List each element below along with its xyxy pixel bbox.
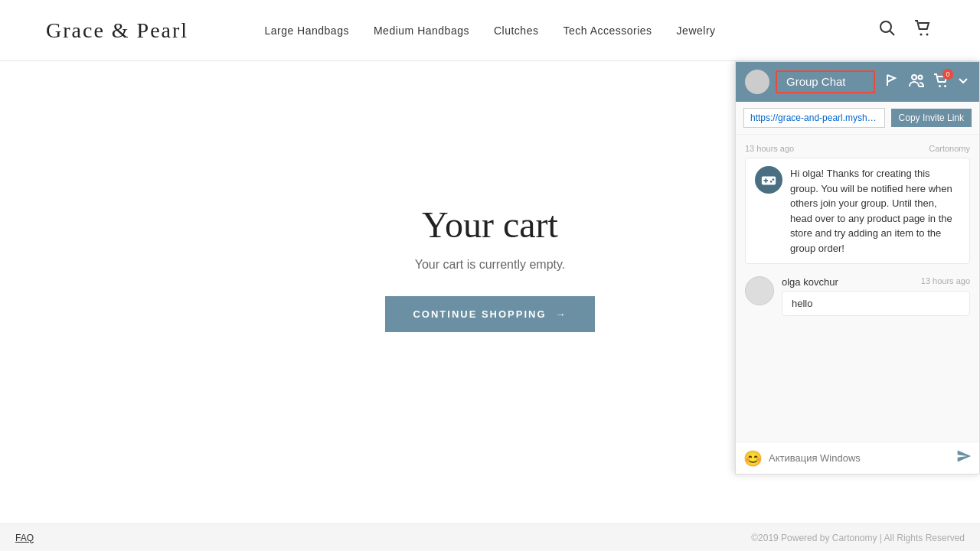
nav-clutches[interactable]: Clutches <box>494 24 538 37</box>
user-message-text: hello <box>792 298 812 309</box>
copy-invite-button[interactable]: Copy Invite Link <box>891 109 972 127</box>
system-message-sender: Cartonomy <box>929 144 970 153</box>
system-message-bubble: Hi olga! Thanks for creating this group.… <box>745 158 970 264</box>
svg-line-1 <box>890 31 895 36</box>
user-message-bubble: hello <box>782 291 970 316</box>
main-nav: Large Handbags Medium Handbags Clutches … <box>264 24 715 37</box>
svg-point-5 <box>919 76 923 80</box>
svg-point-2 <box>920 34 923 36</box>
user-avatar <box>745 276 774 305</box>
nav-jewelry[interactable]: Jewelry <box>677 24 716 37</box>
bottom-bar: FAQ ©2019 Powered by Cartonomy | All Rig… <box>0 523 980 551</box>
chat-input-bar: 😊 <box>736 442 979 474</box>
continue-shopping-button[interactable]: CONTINUE SHOPPING → <box>385 296 594 332</box>
cart-empty-message: Your cart is currently empty. <box>415 258 566 272</box>
cart-button[interactable] <box>911 17 934 44</box>
chat-cart-button[interactable]: 0 <box>932 72 950 92</box>
site-logo[interactable]: Grace & Pearl <box>46 18 188 43</box>
nav-large-handbags[interactable]: Large Handbags <box>264 24 349 37</box>
svg-point-3 <box>926 34 929 36</box>
user-message-row: olga kovchur 13 hours ago hello <box>745 276 970 316</box>
site-header: Grace & Pearl Large Handbags Medium Hand… <box>0 0 980 61</box>
chat-group-title: Group Chat <box>786 75 846 88</box>
bot-avatar <box>755 166 782 194</box>
svg-point-6 <box>939 85 941 87</box>
header-actions <box>876 17 934 44</box>
chat-messages-container[interactable]: 13 hours ago Cartonomy Hi olga! Thanks f… <box>736 135 979 442</box>
chat-text-input[interactable] <box>769 452 950 464</box>
faq-link[interactable]: FAQ <box>15 533 34 543</box>
invite-bar: https://grace-and-pearl.myshopify.co... … <box>736 102 979 135</box>
arrow-icon: → <box>556 308 567 320</box>
svg-point-4 <box>912 75 916 80</box>
nav-medium-handbags[interactable]: Medium Handbags <box>374 24 469 37</box>
search-button[interactable] <box>876 17 899 44</box>
svg-point-0 <box>880 21 891 32</box>
powered-by-text: ©2019 Powered by Cartonomy | All Rights … <box>751 533 965 543</box>
chat-widget: Group Chat <box>735 61 980 474</box>
nav-tech-accessories[interactable]: Tech Accessories <box>563 24 652 37</box>
user-message-content: olga kovchur 13 hours ago hello <box>782 276 970 316</box>
system-message-time: 13 hours ago <box>745 144 794 153</box>
chat-header: Group Chat <box>736 62 979 102</box>
system-message-text: Hi olga! Thanks for creating this group.… <box>790 166 960 256</box>
chat-header-icons: 0 <box>884 72 970 92</box>
invite-link-field[interactable]: https://grace-and-pearl.myshopify.co... <box>743 108 885 128</box>
chat-user-avatar <box>745 70 769 94</box>
cart-title: Your cart <box>422 204 558 246</box>
system-message-group: 13 hours ago Cartonomy Hi olga! Thanks f… <box>745 144 970 264</box>
send-message-button[interactable] <box>956 448 972 468</box>
user-message-sender: olga kovchur <box>782 276 838 288</box>
chat-flag-button[interactable] <box>884 72 901 92</box>
user-message-time: 13 hours ago <box>921 276 970 288</box>
chat-title-box: Group Chat <box>776 70 875 93</box>
svg-point-7 <box>944 85 946 87</box>
emoji-button[interactable]: 😊 <box>743 449 763 468</box>
chat-collapse-button[interactable] <box>956 73 970 90</box>
chat-users-button[interactable] <box>907 72 926 92</box>
cart-badge: 0 <box>942 69 953 80</box>
